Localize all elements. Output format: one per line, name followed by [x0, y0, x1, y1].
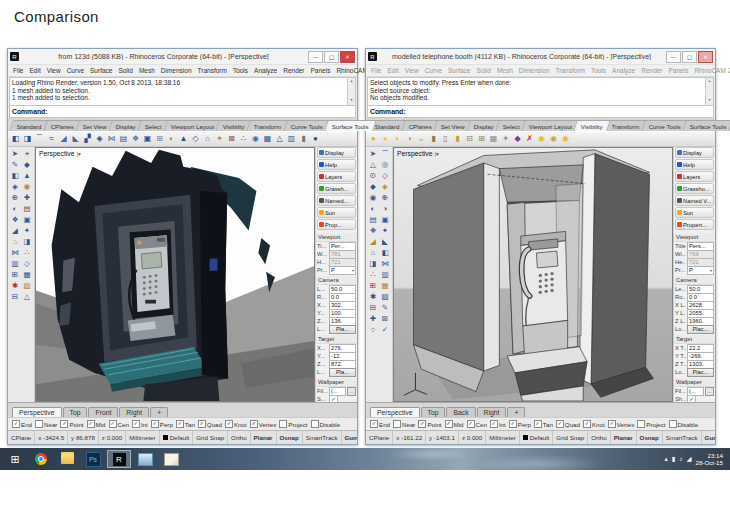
osnap-toggle[interactable]: Tan	[534, 420, 553, 428]
osnap-toggle[interactable]: Perp	[509, 420, 531, 428]
menu-item[interactable]: Surface	[445, 67, 473, 74]
viewport-tab[interactable]: Front	[88, 407, 118, 417]
toolbar-tool-icon[interactable]: ⊟	[464, 134, 475, 145]
status-toggle[interactable]: Osnap	[637, 431, 663, 444]
toolbar-tool-icon[interactable]: ◈	[94, 134, 105, 145]
side-tool-icon[interactable]: ⌒	[379, 148, 391, 159]
side-tool-icon[interactable]: ▧	[21, 280, 33, 291]
side-tool-icon[interactable]: ⌂	[367, 247, 379, 258]
scroll-up-icon[interactable]	[350, 78, 353, 86]
panel-tab[interactable]: Help	[317, 159, 356, 170]
side-tool-icon[interactable]: ▥	[9, 258, 21, 269]
side-tool-icon[interactable]: △	[367, 159, 379, 170]
side-tool-icon[interactable]: ⋈	[9, 247, 21, 258]
toolbar-tab[interactable]: Surface Tools	[324, 120, 376, 131]
osnap-toggle[interactable]: Point	[60, 420, 83, 428]
panel-tab[interactable]: Named V...	[675, 195, 714, 206]
toolbar-tool-icon[interactable]: ▯	[440, 134, 451, 145]
side-tool-icon[interactable]: ❖	[9, 214, 21, 225]
taskbar-app-icon[interactable]: Ps	[81, 450, 105, 468]
osnap-toggle[interactable]: Int	[132, 420, 148, 428]
toolbar-tool-icon[interactable]: ◨	[22, 134, 33, 145]
clock[interactable]: 23:14 28-Oct-15	[695, 452, 723, 467]
toolbar-tool-icon[interactable]: △	[274, 134, 285, 145]
cplane-button[interactable]: CPlane	[8, 431, 35, 444]
toolbar-tool-icon[interactable]: ◉	[548, 134, 559, 145]
command-prompt-input[interactable]: Command:	[9, 106, 356, 118]
side-tool-icon[interactable]: ▦	[379, 280, 391, 291]
side-tool-icon[interactable]: ⊟	[367, 302, 379, 313]
property-value-field[interactable]: Pla...	[329, 368, 356, 377]
toolbar-tool-icon[interactable]: ⊞	[154, 134, 165, 145]
viewport-title[interactable]: Perspective	[397, 150, 439, 157]
scanned-booth-viewport-canvas[interactable]	[36, 148, 314, 401]
panel-tab[interactable]: Sun	[317, 207, 356, 218]
menu-item[interactable]: Panels	[666, 67, 692, 74]
property-value-field[interactable]: Plac...	[687, 325, 714, 334]
toolbar-tool-icon[interactable]: ✦	[500, 134, 511, 145]
viewport-tab[interactable]: +	[507, 407, 525, 417]
side-tool-icon[interactable]: ⊕	[379, 192, 391, 203]
panel-tab[interactable]: Help	[675, 159, 714, 170]
osnap-toggle[interactable]: Quad	[198, 420, 222, 428]
status-toggle[interactable]: Ortho	[228, 431, 250, 444]
property-value-field[interactable]: P	[329, 266, 356, 275]
side-tool-icon[interactable]: ◨	[367, 258, 379, 269]
side-tool-icon[interactable]: ◐	[9, 203, 21, 214]
osnap-toggle[interactable]: Project	[637, 420, 665, 428]
tray-icon[interactable]: ♪	[679, 455, 682, 463]
menu-item[interactable]: View	[402, 67, 422, 74]
toolbar-tool-icon[interactable]: ▮	[298, 134, 309, 145]
osnap-toggle[interactable]: Disable	[669, 420, 699, 428]
status-toggle[interactable]: Gumball	[702, 431, 715, 444]
side-tool-icon[interactable]: ◉	[367, 192, 379, 203]
toolbar-tab[interactable]: Visibility	[573, 120, 610, 131]
toolbar-tool-icon[interactable]: ◆	[512, 134, 523, 145]
menu-item[interactable]: Transform	[553, 67, 588, 74]
viewport-tab[interactable]: Top	[421, 407, 446, 417]
side-tool-icon[interactable]: ⌖	[21, 148, 33, 159]
minimize-button[interactable]: —	[666, 51, 681, 63]
taskbar-app-icon[interactable]	[55, 450, 79, 468]
taskbar-app-icon[interactable]: ⊞	[3, 450, 27, 468]
osnap-toggle[interactable]: Vertex	[608, 420, 635, 428]
menu-item[interactable]: Tools	[230, 67, 251, 74]
viewport-tab[interactable]: +	[150, 407, 168, 417]
osnap-toggle[interactable]: Near	[35, 420, 57, 428]
panel-tab[interactable]: Layers	[675, 171, 714, 182]
viewport-tab[interactable]: Perspective	[370, 407, 420, 417]
property-value-field[interactable]: Pla...	[329, 325, 356, 334]
osnap-toggle[interactable]: End	[370, 420, 390, 428]
maximize-button[interactable]: ▢	[324, 51, 339, 63]
toolbar-tab[interactable]: Curve Tools	[641, 120, 689, 131]
side-tool-icon[interactable]: ➤	[9, 148, 21, 159]
osnap-toggle[interactable]: Project	[279, 420, 307, 428]
toolbar-tool-icon[interactable]: ⌂	[202, 134, 213, 145]
side-tool-icon[interactable]: △	[21, 291, 33, 302]
taskbar-app-icon[interactable]	[29, 450, 53, 468]
osnap-toggle[interactable]: Quad	[556, 420, 580, 428]
toolbar-tool-icon[interactable]: ≈	[46, 134, 57, 145]
status-toggle[interactable]: Osnap	[277, 431, 303, 444]
taskbar-app-icon[interactable]	[159, 450, 183, 468]
status-toggle[interactable]: SmartTrack	[303, 431, 342, 444]
panel-tab[interactable]: Propert...	[675, 219, 714, 230]
toolbar-tool-icon[interactable]: ▮	[452, 134, 463, 145]
property-value-field[interactable]: ✓	[687, 395, 696, 403]
cplane-button[interactable]: CPlane	[366, 431, 393, 444]
menu-item[interactable]: Dimension	[158, 67, 195, 74]
side-tool-icon[interactable]: ◎	[379, 159, 391, 170]
menu-item[interactable]: Tools	[588, 67, 609, 74]
side-tool-icon[interactable]: ◣	[379, 236, 391, 247]
scroll-down-icon[interactable]	[708, 97, 711, 105]
side-tool-icon[interactable]: ∴	[367, 269, 379, 280]
toolbar-tool-icon[interactable]: ❖	[130, 134, 141, 145]
panel-tab[interactable]: Named...	[317, 195, 356, 206]
toolbar-tool-icon[interactable]: ◐	[166, 134, 177, 145]
side-tool-icon[interactable]: ◆	[21, 159, 33, 170]
side-tool-icon[interactable]: ⊞	[367, 280, 379, 291]
property-value-field[interactable]: Plac...	[687, 368, 714, 377]
side-tool-icon[interactable]: ⊙	[367, 170, 379, 181]
title-bar[interactable]: R modelled telephone booth (4112 KB) - R…	[366, 49, 715, 65]
osnap-toggle[interactable]: Perp	[151, 420, 173, 428]
